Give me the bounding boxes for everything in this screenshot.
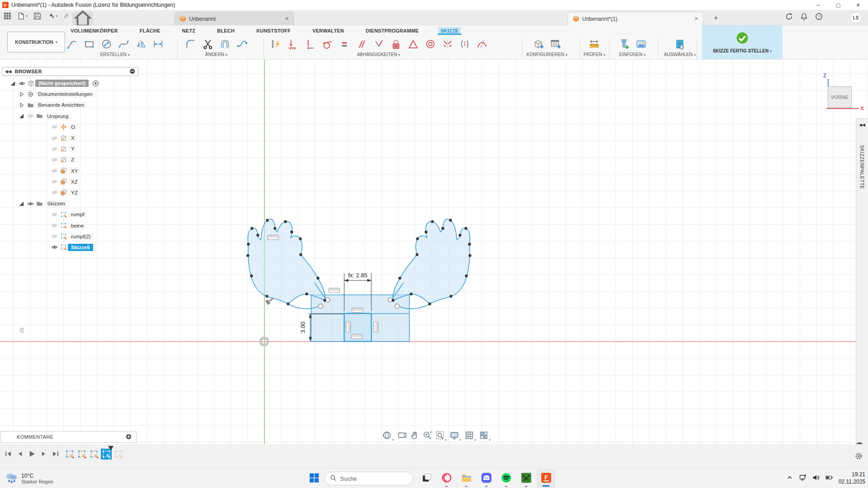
fusion-app-button[interactable]: F <box>537 469 555 488</box>
tool-midpoint-button[interactable] <box>456 36 473 52</box>
tree-item-benannteansichten[interactable]: Benannte Ansichten <box>2 99 140 110</box>
timeline-feature-3[interactable] <box>89 449 100 460</box>
tool-trim-button[interactable] <box>199 36 216 52</box>
sketch-palette-strip[interactable]: ◀◀ SKIZZENPALETTE <box>856 118 868 468</box>
chevron-up-icon[interactable] <box>786 474 793 483</box>
tool-symmetry-button[interactable] <box>439 36 456 52</box>
eye-icon[interactable] <box>17 80 26 87</box>
tree-item-ursprung[interactable]: Ursprung <box>2 111 140 122</box>
tree-item-z[interactable]: Z <box>2 154 140 165</box>
ribbon-group-label[interactable]: KONFIGURIEREN ▾ <box>526 52 567 57</box>
tree-item-label[interactable]: YZ <box>68 189 81 196</box>
orbit-button[interactable]: ▾ <box>382 431 394 442</box>
spotify-app-button[interactable] <box>497 469 515 488</box>
gear-icon[interactable] <box>855 452 863 462</box>
search-input[interactable]: Suche <box>324 472 413 485</box>
eye-off-icon[interactable] <box>50 178 59 185</box>
expand-open-icon[interactable] <box>17 113 26 119</box>
tab-close-icon[interactable]: ✕ <box>688 16 698 22</box>
tree-item-label[interactable]: Ursprung <box>44 113 71 120</box>
tool-configure-box-button[interactable] <box>530 36 547 52</box>
explorer-app-button[interactable] <box>457 469 475 488</box>
viewcube-front-face[interactable]: VORNE <box>828 86 852 108</box>
menu-tab-verwalten[interactable]: VERWALTEN <box>310 27 347 35</box>
tool-parallel-button[interactable] <box>353 36 370 52</box>
minecraft-app-button[interactable] <box>517 469 535 488</box>
tab-close-icon[interactable]: ✕ <box>279 16 289 22</box>
volume-icon[interactable] <box>812 474 820 483</box>
display-settings-button[interactable]: ▾ <box>450 431 461 442</box>
tool-sketch-dimension-button[interactable] <box>267 36 284 52</box>
browser-header[interactable]: ◀◀ BROWSER <box>2 67 138 76</box>
tool-fix-lock-button[interactable] <box>387 36 404 52</box>
tool-mirror-button[interactable] <box>132 36 149 52</box>
ribbon-group-label[interactable]: PRÜFEN ▾ <box>583 52 605 57</box>
tree-item-label[interactable]: Z <box>68 156 77 163</box>
expand-closed-icon[interactable] <box>17 102 26 109</box>
tool-equal-button[interactable] <box>336 36 353 52</box>
eye-off-icon[interactable] <box>50 135 59 142</box>
windows-start-icon[interactable] <box>308 472 320 485</box>
tool-circle-button[interactable] <box>98 36 115 52</box>
dimension-width-label[interactable]: fx: 2.85 <box>348 272 368 279</box>
task-view-app-button[interactable] <box>417 469 436 488</box>
tool-auto-dimension-button[interactable] <box>284 36 301 52</box>
tool-spline-button[interactable] <box>115 36 132 52</box>
document-tab-2[interactable]: Unbenannt*(1) ✕ <box>568 12 703 25</box>
tool-select-button[interactable] <box>671 36 688 52</box>
zoom-button[interactable] <box>422 431 432 442</box>
tree-item-o[interactable]: O <box>2 122 140 133</box>
tree-item-y[interactable]: Y <box>2 143 140 154</box>
timeline-feature-2[interactable] <box>76 449 87 460</box>
undo-button[interactable]: ▾ <box>47 12 57 20</box>
tree-item-label[interactable]: Y <box>68 145 78 152</box>
radio-target-icon[interactable] <box>91 80 100 87</box>
play-button[interactable] <box>28 450 36 460</box>
add-circle-icon[interactable] <box>126 434 132 441</box>
menu-tab-blech[interactable]: BLECH <box>214 27 237 35</box>
clock[interactable]: 19:21 02.11.2025 <box>839 471 865 485</box>
viewports-button[interactable]: ▾ <box>479 431 491 442</box>
opera-gx-app-button[interactable] <box>437 469 455 488</box>
menu-tab-netz[interactable]: NETZ <box>179 27 198 35</box>
eye-icon[interactable] <box>50 244 59 251</box>
tree-item-label[interactable]: rumpf <box>68 211 87 218</box>
view-cube[interactable]: Z VORNE X <box>823 66 866 111</box>
file-new-button[interactable]: ▾ <box>17 12 28 20</box>
tool-line-button[interactable] <box>63 36 81 52</box>
tool-vertical-horizontal-button[interactable] <box>301 36 318 52</box>
tool-configure-table-button[interactable] <box>547 36 564 52</box>
tree-item-label[interactable]: Benannte Ansichten <box>35 101 87 109</box>
tool-fillet-button[interactable] <box>182 36 199 52</box>
battery-charging-icon[interactable] <box>825 474 833 483</box>
tool-perpendicular-button[interactable] <box>370 36 387 52</box>
menu-tab-kunststoff[interactable]: KUNSTSTOFF <box>254 27 294 35</box>
ribbon-group-label[interactable]: ÄNDERN ▾ <box>205 52 227 57</box>
tree-item-skizze5[interactable]: Skizze5 <box>2 242 140 253</box>
tool-triangle-button[interactable] <box>404 36 422 52</box>
menu-tab-volumenkörper[interactable]: VOLUMENKÖRPER <box>68 27 121 35</box>
grid-settings-button[interactable]: ▾ <box>465 431 476 442</box>
eye-off-icon[interactable] <box>50 123 59 130</box>
tool-measure-button[interactable] <box>586 36 603 52</box>
eye-off-icon[interactable] <box>50 156 59 163</box>
ribbon-group-label[interactable]: ABHÄNGIGKEITEN ▾ <box>357 52 400 57</box>
step-forward-button[interactable] <box>40 450 47 460</box>
timeline-feature-5[interactable] <box>113 449 124 460</box>
skip-start-button[interactable] <box>5 450 12 460</box>
collapse-icon[interactable]: ◀◀ <box>5 69 12 74</box>
minimize-icon[interactable]: ─ <box>808 0 828 10</box>
tool-offset-button[interactable] <box>216 36 233 52</box>
close-icon[interactable]: ✕ <box>848 0 868 10</box>
tree-item-label[interactable]: O <box>68 123 78 131</box>
finish-sketch-button[interactable]: SKIZZE FERTIG STELLEN ▾ <box>702 25 783 59</box>
tree-item-label[interactable]: Skizzen <box>44 200 68 207</box>
fit-button[interactable]: ▾ <box>435 431 447 442</box>
collapse-icon[interactable]: ◀◀ <box>856 123 868 127</box>
expand-open-icon[interactable] <box>8 80 17 87</box>
tree-item-label[interactable]: Dokumenteinstellungen <box>35 90 95 98</box>
timeline-feature-1[interactable] <box>64 449 75 460</box>
tree-item-x[interactable]: X <box>2 133 140 143</box>
expand-closed-icon[interactable] <box>17 91 26 98</box>
menu-tab-fläche[interactable]: FLÄCHE <box>137 27 163 35</box>
